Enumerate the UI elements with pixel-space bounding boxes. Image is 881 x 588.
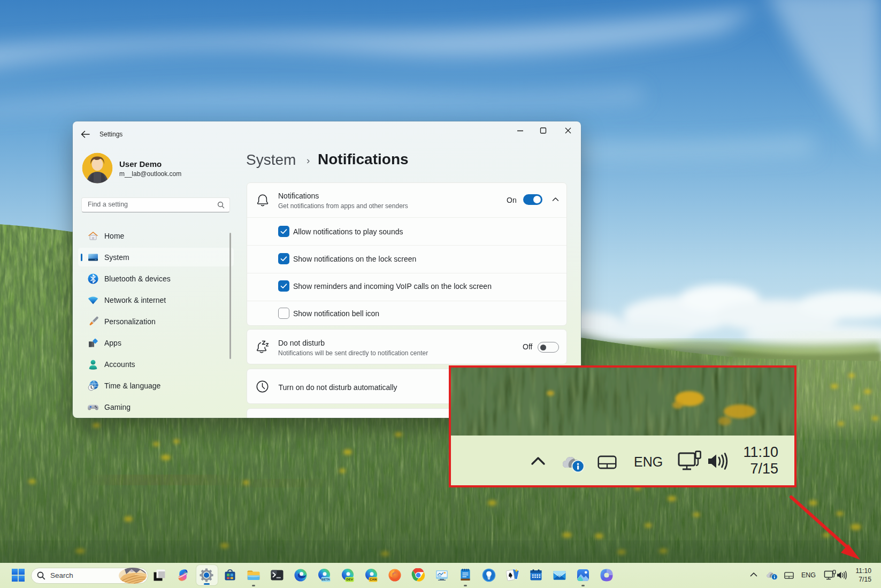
svg-text:BETA: BETA xyxy=(321,578,331,581)
svg-text:DEV: DEV xyxy=(346,578,353,581)
svg-text:CAN: CAN xyxy=(370,578,377,581)
